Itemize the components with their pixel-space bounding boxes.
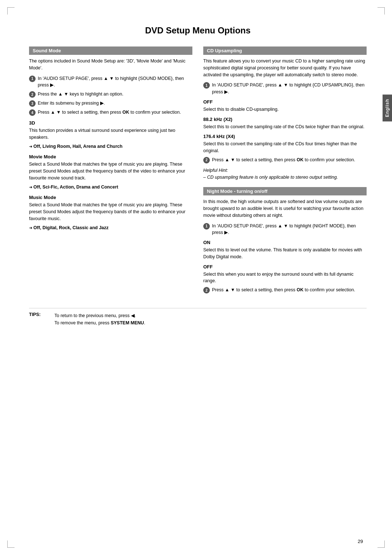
corner-mark-tl	[7, 7, 15, 15]
tips-label: TIPS:	[29, 312, 47, 317]
night-on-body: Select this to level out the volume. Thi…	[203, 247, 367, 260]
cd-upsampling-header: CD Upsampling	[203, 46, 367, 55]
page-container: English DVD Setup Menu Options Sound Mod…	[0, 0, 392, 555]
night-step-item-1: 1 In 'AUDIO SETUP PAGE', press ▲ ▼ to hi…	[203, 223, 367, 236]
night-step-text-1: In 'AUDIO SETUP PAGE', press ▲ ▼ to high…	[212, 223, 367, 236]
step-num-2: 2	[29, 91, 36, 98]
corner-mark-bl	[7, 540, 15, 548]
night-step-text-2: Press ▲ ▼ to select a setting, then pres…	[212, 287, 367, 293]
subsection-3d-body: This function provides a virtual surroun…	[29, 127, 192, 141]
step-num-1: 1	[29, 76, 36, 82]
cd-882-title: 88.2 kHz (X2)	[203, 117, 367, 122]
cd-step-item-2: 2 Press ▲ ▼ to select a setting, then pr…	[203, 157, 367, 163]
night-off-body: Select this when you want to enjoy the s…	[203, 271, 367, 285]
left-column: Sound Mode The options included in Sound…	[29, 46, 192, 297]
night-step-list-1: 1 In 'AUDIO SETUP PAGE', press ▲ ▼ to hi…	[203, 223, 367, 236]
sound-mode-intro: The options included in Sound Mode Setup…	[29, 58, 192, 72]
cd-step-item-1: 1 In 'AUDIO SETUP PAGE', press ▲ ▼ to hi…	[203, 82, 367, 96]
cd-step-text-2: Press ▲ ▼ to select a setting, then pres…	[212, 157, 367, 163]
step-text-2: Press the ▲ ▼ keys to highlight an optio…	[38, 91, 192, 98]
subsection-3d-title: 3D	[29, 120, 192, 126]
subsection-movie-body: Select a Sound Mode that matches the typ…	[29, 161, 192, 181]
corner-mark-br	[377, 540, 385, 548]
step-item: 4 Press ▲ ▼ to select a setting, then pr…	[29, 109, 192, 116]
subsection-music-title: Music Mode	[29, 195, 192, 200]
night-mode-header: Night Mode - turning on/off	[203, 187, 367, 195]
side-tab: English	[383, 94, 392, 121]
step-text-4: Press ▲ ▼ to select a setting, then pres…	[38, 109, 192, 116]
step-num-4: 4	[29, 109, 36, 116]
hint-label: Helpful Hint:	[203, 168, 228, 173]
night-mode-intro: In this mode, the high volume outputs ar…	[203, 198, 367, 219]
sound-mode-steps: 1 In 'AUDIO SETUP PAGE', press ▲ ▼ to hi…	[29, 75, 192, 116]
cd-off-body: Select this to disable CD-upsampling.	[203, 106, 367, 113]
cd-step-num-2: 2	[203, 157, 210, 163]
night-step-item-2: 2 Press ▲ ▼ to select a setting, then pr…	[203, 287, 367, 293]
hint-text: – CD upsampling feature is only applicab…	[203, 175, 338, 180]
tips-text: To return to the previous menu, press ◀.…	[54, 312, 145, 327]
helpful-hint: Helpful Hint: – CD upsampling feature is…	[203, 167, 367, 181]
cd-step-num-1: 1	[203, 82, 210, 89]
cd-step-list: 1 In 'AUDIO SETUP PAGE', press ▲ ▼ to hi…	[203, 82, 367, 96]
subsection-movie-title: Movie Mode	[29, 154, 192, 159]
cd-1764-body: Select this to convert the sampling rate…	[203, 141, 367, 154]
cd-882-body: Select this to convert the sampling rate…	[203, 123, 367, 130]
cd-upsampling-intro: This feature allows you to convert your …	[203, 58, 367, 78]
corner-mark-tr	[377, 7, 385, 15]
footer: TIPS: To return to the previous menu, pr…	[29, 308, 367, 327]
cd-off-title: OFF	[203, 99, 367, 105]
subsection-3d-arrow: Off, Living Room, Hall, Arena and Church	[29, 143, 192, 150]
step-item: 2 Press the ▲ ▼ keys to highlight an opt…	[29, 91, 192, 98]
step-num-3: 3	[29, 100, 36, 107]
night-step-list-2: 2 Press ▲ ▼ to select a setting, then pr…	[203, 287, 367, 293]
page-number: 29	[358, 539, 363, 544]
night-mode-section: Night Mode - turning on/off In this mode…	[203, 187, 367, 293]
step-item: 1 In 'AUDIO SETUP PAGE', press ▲ ▼ to hi…	[29, 75, 192, 89]
night-step-num-2: 2	[203, 287, 210, 293]
sound-mode-header: Sound Mode	[29, 46, 192, 55]
cd-step-text-1: In 'AUDIO SETUP PAGE', press ▲ ▼ to high…	[212, 82, 367, 96]
night-on-title: ON	[203, 240, 367, 245]
tip-1: To return to the previous menu, press ◀.	[54, 313, 136, 318]
step-item: 3 Enter its submenu by pressing ▶.	[29, 100, 192, 107]
subsection-movie-arrow: Off, Sci-Fic, Action, Drama and Concert	[29, 184, 192, 191]
night-step-num-1: 1	[203, 223, 210, 230]
page-title: DVD Setup Menu Options	[29, 25, 367, 36]
night-off-title: OFF	[203, 264, 367, 270]
step-text-3: Enter its submenu by pressing ▶.	[38, 100, 192, 107]
cd-step-list-2: 2 Press ▲ ▼ to select a setting, then pr…	[203, 157, 367, 163]
right-column: CD Upsampling This feature allows you to…	[203, 46, 367, 297]
subsection-music-body: Select a Sound Mode that matches the typ…	[29, 202, 192, 222]
main-content: Sound Mode The options included in Sound…	[29, 46, 367, 297]
subsection-music-arrow: Off, Digital, Rock, Classic and Jazz	[29, 224, 192, 231]
tip-2: To remove the menu, press SYSTEM MENU.	[54, 320, 145, 325]
cd-1764-title: 176.4 kHz (X4)	[203, 134, 367, 139]
step-text-1: In 'AUDIO SETUP PAGE', press ▲ ▼ to high…	[38, 75, 192, 89]
